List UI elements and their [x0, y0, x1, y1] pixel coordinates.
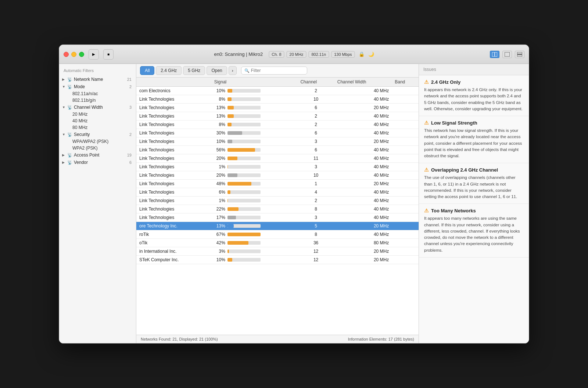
- cell-signal: 20%: [211, 171, 298, 180]
- table-row[interactable]: STeK Computer Inc.10%1220 MHz: [136, 256, 419, 264]
- cell-channel: 8: [297, 230, 334, 239]
- arrow-icon: ▶: [62, 78, 67, 81]
- channel-badge: Ch. 8: [269, 51, 284, 58]
- cell-band: [392, 87, 419, 95]
- col-signal[interactable]: Signal: [211, 78, 298, 87]
- table-row[interactable]: Link Technologies20%1140 MHz: [136, 154, 419, 163]
- cell-band: [392, 137, 419, 146]
- cell-channel: 12: [297, 247, 334, 256]
- sidebar-label-network-name: Network Name: [74, 77, 127, 82]
- sidebar-child-security-1[interactable]: WPA/WPA2 (PSK): [59, 138, 136, 145]
- sidebar-item-security[interactable]: ▼ 📡 Security 2: [59, 131, 136, 138]
- cell-band: [392, 154, 419, 163]
- issue-body: It appears too many networks are using t…: [424, 215, 524, 254]
- close-button[interactable]: [64, 52, 69, 57]
- sidebar-child-mode-1[interactable]: 802.11a/n/ac: [59, 90, 136, 97]
- moon-icon: 🌙: [368, 51, 374, 57]
- view-compact-button[interactable]: [515, 51, 524, 58]
- sidebar-header: Automatic Filters: [59, 67, 136, 76]
- wifi-icon: 📡: [67, 77, 72, 82]
- cell-band: [392, 256, 419, 264]
- search-input[interactable]: [251, 68, 306, 73]
- play-button[interactable]: ▶: [89, 49, 99, 60]
- sidebar-item-access-point[interactable]: ▶ 📡 Access Point 19: [59, 151, 136, 159]
- cell-name: Link Technologies: [136, 180, 211, 188]
- table-row[interactable]: Link Technologies20%1040 MHz: [136, 171, 419, 180]
- table-row[interactable]: Link Technologies8%1040 MHz: [136, 95, 419, 104]
- cell-width: 40 MHz: [334, 95, 392, 104]
- table-row[interactable]: Link Technologies48%120 MHz: [136, 180, 419, 188]
- table-row[interactable]: Link Technologies22%840 MHz: [136, 205, 419, 213]
- status-right: Information Elements: 17 (281 bytes): [348, 337, 414, 341]
- cell-signal: 10%: [211, 137, 298, 146]
- cell-signal: 8%: [211, 121, 298, 129]
- filter-all-button[interactable]: All: [140, 66, 154, 75]
- col-band[interactable]: Band: [392, 78, 419, 87]
- stop-button[interactable]: ■: [103, 49, 114, 60]
- cell-band: [392, 239, 419, 247]
- cell-signal: 20%: [211, 154, 298, 163]
- issue-body: The use of overlapping channels (channel…: [424, 175, 524, 200]
- cell-width: 40 MHz: [334, 188, 392, 197]
- maximize-button[interactable]: [79, 52, 84, 57]
- table-row[interactable]: Link Technologies10%320 MHz: [136, 137, 419, 146]
- cell-width: 20 MHz: [334, 256, 392, 264]
- table-row[interactable]: roTik67%840 MHz: [136, 230, 419, 239]
- cell-signal: 56%: [211, 146, 298, 154]
- issue-item: ⚠Too Many NetworksIt appears too many ne…: [419, 204, 529, 258]
- cell-band: [392, 205, 419, 213]
- content-area: Automatic Filters ▶ 📡 Network Name 21 ▼ …: [59, 64, 529, 343]
- minimize-button[interactable]: [71, 52, 76, 57]
- table-row[interactable]: Link Technologies56%640 MHz: [136, 146, 419, 154]
- issue-item: ⚠2.4 GHz OnlyIt appears this network is …: [419, 75, 529, 116]
- col-width[interactable]: Channel Width: [334, 78, 392, 87]
- cell-width: 40 MHz: [334, 205, 392, 213]
- cell-width: 40 MHz: [334, 213, 392, 222]
- table-row[interactable]: Link Technologies8%240 MHz: [136, 121, 419, 129]
- cell-signal: 48%: [211, 180, 298, 188]
- table-row[interactable]: Link Technologies13%620 MHz: [136, 104, 419, 112]
- sidebar-label-vendor: Vendor: [74, 160, 129, 165]
- table-row[interactable]: Link Technologies17%340 MHz: [136, 213, 419, 222]
- sidebar-child-width-80[interactable]: 80 MHz: [59, 124, 136, 131]
- issue-title: ⚠Too Many Networks: [424, 208, 524, 213]
- table-row[interactable]: Link Technologies1%240 MHz: [136, 197, 419, 205]
- sidebar-child-width-20[interactable]: 20 MHz: [59, 111, 136, 118]
- sidebar-item-mode[interactable]: ▼ 📡 Mode 2: [59, 83, 136, 90]
- table-row[interactable]: Link Technologies1%340 MHz: [136, 163, 419, 171]
- filter-open-button[interactable]: Open: [207, 66, 227, 75]
- table-row[interactable]: ore Technology Inc.13%520 MHz: [136, 222, 419, 230]
- table-row[interactable]: Link Technologies6%440 MHz: [136, 188, 419, 197]
- cell-signal: 13%: [211, 112, 298, 121]
- table-row[interactable]: in International Inc.3%1220 MHz: [136, 247, 419, 256]
- table-row[interactable]: com Electronics10%240 MHz: [136, 87, 419, 95]
- status-bar: Networks Found: 21, Displayed: 21 (100%)…: [136, 335, 419, 343]
- filter-2ghz-button[interactable]: 2.4 GHz: [156, 66, 182, 75]
- col-channel[interactable]: Channel: [297, 78, 334, 87]
- issue-title: ⚠Overlapping 2.4 GHz Channel: [424, 167, 524, 173]
- sidebar-label-mode: Mode: [74, 84, 129, 89]
- filter-5ghz-button[interactable]: 5 GHz: [183, 66, 205, 75]
- sidebar-child-width-40[interactable]: 40 MHz: [59, 118, 136, 124]
- table-row[interactable]: Link Technologies13%240 MHz: [136, 112, 419, 121]
- cell-name: STeK Computer Inc.: [136, 256, 211, 264]
- sidebar-child-security-2[interactable]: WPA2 (PSK): [59, 145, 136, 151]
- sidebar-item-channel-width[interactable]: ▼ 📡 Channel Width 3: [59, 104, 136, 111]
- cell-band: [392, 104, 419, 112]
- cell-name: in International Inc.: [136, 247, 211, 256]
- table-row[interactable]: oTik42%3680 MHz: [136, 239, 419, 247]
- speed-badge: 130 Mbps: [331, 51, 355, 58]
- cell-band: [392, 197, 419, 205]
- sidebar-item-vendor[interactable]: ▶ 📡 Vendor 6: [59, 159, 136, 166]
- cell-channel: 12: [297, 256, 334, 264]
- view-split-button[interactable]: [490, 51, 499, 58]
- view-full-button[interactable]: [502, 51, 512, 58]
- table-row[interactable]: Link Technologies30%640 MHz: [136, 129, 419, 137]
- cell-band: [392, 95, 419, 104]
- filter-more-button[interactable]: ›: [229, 66, 237, 75]
- cell-channel: 3: [297, 213, 334, 222]
- sidebar-child-mode-2[interactable]: 802.11b/g/n: [59, 97, 136, 104]
- issue-title: ⚠Low Signal Strength: [424, 120, 524, 126]
- sidebar-item-network-name[interactable]: ▶ 📡 Network Name 21: [59, 76, 136, 83]
- cell-band: [392, 163, 419, 171]
